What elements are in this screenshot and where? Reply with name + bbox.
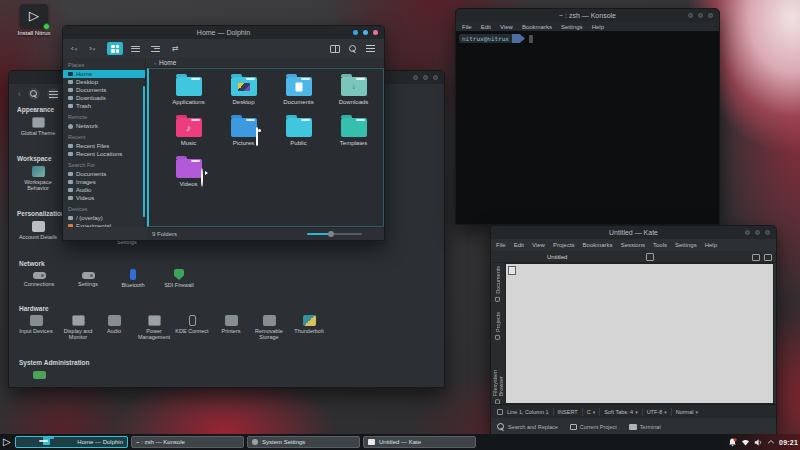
tab-width-select[interactable]: Soft Tabs: 4 [604,409,637,415]
menu-help[interactable]: Help [592,24,604,30]
place-item-search-audio[interactable]: Audio [63,186,145,194]
kcm-partial[interactable] [19,371,59,381]
breadcrumb[interactable]: › Home [147,58,384,68]
split-view-icon[interactable] [752,254,760,261]
checkbox-icon[interactable] [497,409,503,415]
place-item-recent-locations[interactable]: Recent Locations [63,150,145,158]
forward-history-caret-icon[interactable]: ▾ [93,46,96,52]
menu-bookmarks[interactable]: Bookmarks [522,24,552,30]
place-item-network[interactable]: Network [63,122,145,130]
task-button-dolphin[interactable]: Home — Dolphin [15,436,128,448]
sidebar-tab-documents[interactable]: Documents [495,266,501,302]
maximize-button[interactable] [698,13,703,18]
folder-templates[interactable]: Templates [326,118,381,159]
tab-list-icon[interactable] [764,254,772,261]
close-button[interactable] [373,30,378,35]
folder-view[interactable]: Applications Desktop Documents ↓Download… [147,68,384,227]
volume-icon[interactable] [754,438,763,447]
compact-view-button[interactable] [127,42,143,55]
kcm-printers[interactable]: Printers [211,315,251,334]
breadcrumb-home[interactable]: Home [159,59,176,66]
task-button-konsole[interactable]: ~ : zsh — Konsole [131,436,244,448]
kate-titlebar[interactable]: Untitled — Kate [491,226,776,239]
kcm-workspace-behavior[interactable]: Workspace Behavior [18,166,58,191]
close-button[interactable] [765,230,770,235]
forward-button[interactable]: › [89,44,92,53]
menu-button[interactable] [47,88,59,100]
menu-bookmarks[interactable]: Bookmarks [583,242,613,248]
folder-documents[interactable]: Documents [271,77,326,118]
menu-button[interactable] [366,45,375,52]
tab-untitled[interactable]: Untitled [539,251,575,263]
place-item-home[interactable]: Home [63,70,145,78]
sidebar-tab-projects[interactable]: Projects [495,312,501,340]
minimize-button[interactable] [688,13,693,18]
menu-sessions[interactable]: Sessions [621,242,645,248]
kcm-display-monitor[interactable]: Display and Monitor [58,315,98,340]
split-view-button[interactable] [330,45,340,53]
details-view-button[interactable] [147,42,163,55]
notifications-bell-icon[interactable] [728,438,737,447]
minimize-button[interactable] [745,230,750,235]
place-item-search-images[interactable]: Images [63,178,145,186]
menu-settings[interactable]: Settings [561,24,583,30]
search-button[interactable] [28,88,40,100]
maximize-button[interactable] [363,30,368,35]
menu-edit[interactable]: Edit [514,242,524,248]
menu-file[interactable]: File [462,24,472,30]
task-button-kate[interactable]: Untitled — Kate [363,436,476,448]
place-item-overlay-device[interactable]: / (overlay) [63,214,145,222]
maximize-button[interactable] [755,230,760,235]
kcm-bluetooth[interactable]: Bluetooth [113,269,153,288]
place-item-search-documents[interactable]: Documents [63,170,145,178]
dictionary-select[interactable]: C [587,409,596,415]
places-scrollbar[interactable] [143,86,145,217]
icons-view-button[interactable] [107,42,123,55]
place-item-search-videos[interactable]: Videos [63,194,145,202]
search-button[interactable] [349,45,357,53]
minimize-button[interactable] [353,30,358,35]
search-and-replace-button[interactable]: Search and Replace [497,423,558,431]
new-document-icon[interactable] [646,253,654,261]
terminal-area[interactable]: nitrux@nitrux [456,31,719,224]
text-editor-area[interactable] [505,263,774,404]
kcm-global-theme[interactable]: Global Theme [18,117,58,136]
place-item-desktop[interactable]: Desktop [63,78,145,86]
kcm-removable-storage[interactable]: Removable Storage [249,315,289,340]
folder-music[interactable]: ♪Music [161,118,216,159]
back-button[interactable]: ‹ [71,44,74,53]
sidebar-tab-filesystem-browser[interactable]: Filesystem Browser [492,350,504,404]
expand-tray-caret-icon[interactable] [767,438,775,446]
kcm-input-devices[interactable]: Input Devices [16,315,56,334]
kcm-firewall[interactable]: SDI Firewall [159,269,199,288]
close-button[interactable] [708,13,713,18]
close-button[interactable] [433,75,438,80]
insert-mode[interactable]: INSERT [558,409,578,415]
menu-view[interactable]: View [500,24,513,30]
kcm-thunderbolt[interactable]: Thunderbolt [289,315,329,334]
menu-settings[interactable]: Settings [675,242,697,248]
clock[interactable]: 09:21 [779,439,798,446]
zoom-slider-knob[interactable] [328,231,334,237]
folder-downloads[interactable]: ↓Downloads [326,77,381,118]
menu-edit[interactable]: Edit [481,24,491,30]
back-button[interactable]: ‹ [18,89,21,99]
place-item-trash[interactable]: Trash [63,102,145,110]
kcm-account-details[interactable]: Account Details [18,221,58,240]
place-item-recent-files[interactable]: Recent Files [63,142,145,150]
folder-applications[interactable]: Applications [161,77,216,118]
sort-button[interactable]: ⇄ [167,42,183,55]
network-wifi-icon[interactable] [741,438,750,447]
highlighting-select[interactable]: Normal [676,409,698,415]
kcm-network-settings[interactable]: Settings [68,269,108,287]
back-history-caret-icon[interactable]: ▾ [75,46,78,52]
menu-file[interactable]: File [496,242,506,248]
menu-projects[interactable]: Projects [553,242,575,248]
kcm-connections[interactable]: Connections [19,269,59,287]
terminal-button[interactable]: Terminal [629,424,661,430]
cursor-position[interactable]: Line 1, Column 1 [507,409,549,415]
task-button-system-settings[interactable]: System Settings [247,436,360,448]
kcm-power-management[interactable]: Power Management [134,315,174,340]
konsole-titlebar[interactable]: ~ : zsh — Konsole [456,9,719,22]
menu-help[interactable]: Help [705,242,717,248]
